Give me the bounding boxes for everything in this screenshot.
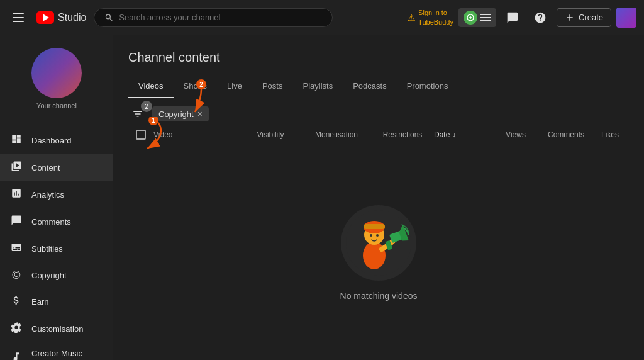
tab-shorts[interactable]: Shorts [174,75,218,98]
sidebar-item-dashboard[interactable]: Dashboard [0,127,113,154]
svg-rect-6 [480,20,491,21]
creator-music-icon [10,351,23,361]
sidebar-label-subtitles: Subtitles [31,244,63,254]
tabs-row: Videos Shorts Live Posts Playlists Podca… [128,75,629,98]
menu-lines-icon [480,14,491,21]
svg-rect-1 [13,17,24,18]
help-button[interactable] [529,6,552,29]
th-checkbox[interactable] [128,130,153,140]
search-icon [104,13,114,23]
no-videos-illustration [344,208,413,278]
logo-area[interactable]: Studio [36,11,86,24]
filter-row: 2 1 Copyright × [128,106,629,122]
sign-in-warning[interactable]: ⚠ Sign in to TubeBuddy [408,8,453,26]
no-videos-message: No matching videos [340,291,418,301]
sidebar-label-comments: Comments [31,217,71,227]
hamburger-button[interactable] [8,8,29,27]
tab-live[interactable]: Live [217,75,252,98]
svg-point-18 [370,234,372,237]
create-label: Create [579,13,603,22]
tubebuddy-icon [464,11,477,25]
tab-promotions[interactable]: Promotions [397,75,458,98]
th-views: Views [491,130,541,139]
th-likes: Likes [591,130,629,139]
th-date[interactable]: Date ↓ [434,130,491,139]
svg-rect-5 [480,17,491,18]
tubebuddy-button[interactable] [458,8,496,27]
warning-icon: ⚠ [408,13,416,23]
svg-point-19 [376,234,379,237]
th-comments: Comments [541,130,591,139]
sidebar-label-copyright: Copyright [31,271,67,280]
nav-right: ⚠ Sign in to TubeBuddy Create [408,6,636,29]
filter-badge: 2 [141,101,152,112]
sidebar-item-creator-music[interactable]: Creator Music [Beta] [0,342,113,360]
sidebar-label-customisation: Customisation [31,324,83,334]
channel-avatar[interactable] [31,48,82,98]
th-date-sort-icon: ↓ [452,130,456,139]
th-monetisation: Monetisation [302,130,371,139]
comments-button[interactable] [501,6,524,29]
search-input[interactable] [119,13,322,22]
copyright-icon: © [10,269,23,282]
sidebar-item-comments[interactable]: Comments [0,208,113,235]
sidebar-label-dashboard: Dashboard [31,136,72,145]
content-icon [10,160,23,175]
th-visibility: Visibility [239,130,302,139]
svg-point-14 [363,242,386,269]
your-channel-label: Your channel [36,102,77,110]
search-bar [94,8,333,27]
sidebar-item-subtitles[interactable]: Subtitles [0,235,113,262]
sidebar-item-customisation[interactable]: Customisation [0,315,113,342]
tubebuddy-text: TubeBuddy [418,18,453,26]
channel-avatar-area: Your channel [0,40,113,120]
main-area: Your channel Dashboard Content Analytics [0,35,644,360]
user-avatar[interactable] [616,8,636,28]
sidebar-label-analytics: Analytics [31,190,64,200]
tab-videos[interactable]: Videos [128,75,174,98]
create-button[interactable]: Create [557,8,611,27]
svg-rect-0 [13,13,24,14]
sidebar-item-content[interactable]: Content [0,154,113,181]
sidebar: Your channel Dashboard Content Analytics [0,35,113,360]
tab-playlists[interactable]: Playlists [292,75,343,98]
earn-icon [10,295,23,309]
empty-illustration [341,205,416,281]
tab-podcasts[interactable]: Podcasts [343,75,396,98]
sidebar-label-content: Content [31,163,60,172]
sign-in-text: Sign in to [418,8,453,17]
empty-state: No matching videos [128,145,629,360]
select-all-checkbox[interactable] [136,130,146,140]
svg-rect-17 [364,224,385,229]
filter-chip-close[interactable]: × [197,109,203,119]
studio-label: Studio [58,12,86,23]
dashboard-icon [10,133,23,148]
svg-rect-2 [13,21,24,22]
create-icon [565,13,575,23]
sidebar-item-analytics[interactable]: Analytics [0,181,113,208]
sidebar-label-earn: Earn [31,297,48,307]
sidebar-item-copyright[interactable]: © Copyright [0,262,113,288]
comments-sidebar-icon [10,215,23,229]
filter-chip-copyright: Copyright × [152,106,209,121]
filter-chip-label: Copyright [158,110,194,119]
tab-posts[interactable]: Posts [252,75,293,98]
content-area: Channel content Videos Shorts Live Posts… [113,35,644,360]
th-video: Video [153,130,239,139]
sidebar-label-creator-music: Creator Music [Beta] [31,349,103,360]
page-title: Channel content [128,50,629,65]
table-header: Video Visibility Monetisation Restrictio… [128,125,629,145]
svg-rect-4 [480,14,491,15]
th-date-label: Date [434,130,450,139]
top-navigation: Studio ⚠ Sign in to TubeBuddy [0,0,644,35]
subtitles-icon [10,242,23,256]
th-restrictions: Restrictions [371,130,434,139]
analytics-icon [10,188,23,202]
sidebar-item-earn[interactable]: Earn [0,288,113,315]
youtube-logo [36,11,54,24]
customisation-icon [10,322,23,336]
filter-button[interactable]: 2 1 [128,106,147,122]
